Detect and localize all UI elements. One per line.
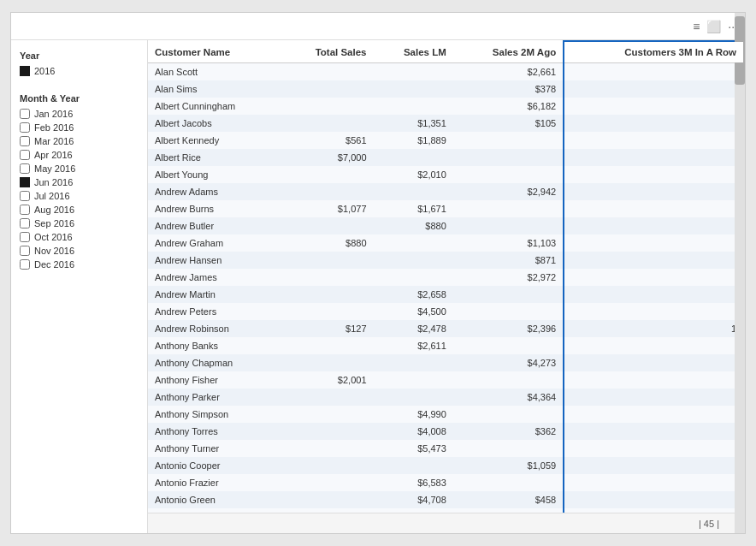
cell-3m: [564, 63, 744, 81]
cell-total: [281, 491, 373, 508]
cell-lm: [374, 252, 453, 269]
month-label: Mar 2016: [34, 136, 74, 146]
cell-3m: [564, 303, 744, 320]
cell-3m: [564, 406, 744, 423]
year-item-2016[interactable]: 2016: [20, 66, 139, 76]
cell-total: $561: [281, 132, 373, 149]
outer-container: ≡ ⬜ ··· Year 2016 Month & Year: [0, 0, 756, 546]
cell-total: [281, 457, 373, 474]
bottom-bar: | 45 |: [148, 513, 745, 533]
cell-name: Anthony Simpson: [148, 406, 281, 423]
cell-lm: $1,351: [374, 115, 453, 132]
year-label: 2016: [34, 66, 55, 76]
cell-lm: [374, 80, 453, 98]
table-row: Andrew Peters$4,500: [148, 303, 744, 320]
cell-3m: [564, 457, 744, 474]
cell-total: [281, 252, 373, 269]
cell-3m: [564, 252, 744, 269]
month-item[interactable]: Apr 2016: [20, 150, 139, 160]
cell-total: [281, 303, 373, 320]
table-row: Andrew Martin$2,658: [148, 286, 744, 303]
month-checkbox[interactable]: [20, 218, 30, 228]
cell-lm: $4,008: [374, 423, 453, 440]
table-row: Albert Rice$7,000: [148, 149, 744, 166]
cell-total: $7,000: [281, 149, 373, 166]
cell-name: Albert Rice: [148, 149, 281, 166]
month-checkbox[interactable]: [20, 122, 30, 133]
page-indicator: | 45 |: [699, 519, 719, 529]
month-checkbox[interactable]: [20, 191, 30, 201]
cell-total: [281, 63, 373, 81]
cell-2m: $1,059: [453, 457, 564, 474]
table-row: Albert Kennedy$561$1,889: [148, 132, 744, 149]
table-wrapper[interactable]: Customer Name Total Sales Sales LM Sales…: [148, 40, 745, 513]
scrollbar[interactable]: [735, 40, 745, 533]
cell-name: Anthony Chapman: [148, 354, 281, 371]
cell-2m: $105: [453, 115, 564, 132]
cell-name: Anthony Banks: [148, 337, 281, 354]
month-checkbox[interactable]: [20, 259, 30, 270]
table-row: Antonio Green$4,708$458: [148, 491, 744, 508]
month-item[interactable]: Nov 2016: [20, 246, 139, 256]
cell-name: Andrew Peters: [148, 303, 281, 320]
cell-name: Alan Sims: [148, 80, 281, 98]
cell-2m: [453, 149, 564, 166]
cell-name: Albert Kennedy: [148, 132, 281, 149]
month-item[interactable]: Jul 2016: [20, 191, 139, 201]
month-items-list: Jan 2016Feb 2016Mar 2016Apr 2016May 2016…: [20, 109, 139, 270]
month-checkbox[interactable]: [20, 150, 30, 160]
cell-total: [281, 354, 373, 371]
cell-2m: [453, 474, 564, 491]
cell-total: [281, 269, 373, 286]
month-item[interactable]: Jun 2016: [20, 177, 139, 187]
month-label: Oct 2016: [34, 232, 73, 242]
cell-lm: [374, 371, 453, 389]
cell-3m: [564, 389, 744, 406]
cell-total: [281, 440, 373, 457]
month-checkbox[interactable]: [20, 232, 30, 242]
month-item[interactable]: Sep 2016: [20, 218, 139, 228]
expand-icon[interactable]: ⬜: [706, 20, 721, 33]
cell-3m: [564, 200, 744, 217]
month-checkbox[interactable]: [20, 109, 30, 119]
table-row: Alan Scott$2,661: [148, 63, 744, 81]
cell-name: Antonio Frazier: [148, 474, 281, 491]
cell-3m: [564, 269, 744, 286]
cell-3m: [564, 132, 744, 149]
main-content: Customer Name Total Sales Sales LM Sales…: [148, 40, 745, 533]
cell-3m: [564, 440, 744, 457]
month-checkbox[interactable]: [20, 136, 30, 146]
cell-lm: [374, 354, 453, 371]
col-sales-lm: Sales LM: [374, 41, 453, 63]
cell-name: Andrew Hansen: [148, 252, 281, 269]
month-item[interactable]: Jan 2016: [20, 109, 139, 119]
month-item[interactable]: Feb 2016: [20, 122, 139, 133]
cell-lm: $880: [374, 217, 453, 234]
cell-name: Andrew Butler: [148, 217, 281, 234]
month-checkbox[interactable]: [20, 246, 30, 256]
cell-name: Albert Cunningham: [148, 98, 281, 115]
cell-2m: [453, 217, 564, 234]
card: ≡ ⬜ ··· Year 2016 Month & Year: [10, 12, 746, 534]
cell-2m: $871: [453, 252, 564, 269]
cell-3m: [564, 98, 744, 115]
cell-name: Alan Scott: [148, 63, 281, 81]
month-item[interactable]: Aug 2016: [20, 205, 139, 215]
card-body: Year 2016 Month & Year Jan 2016Feb 2016M…: [11, 40, 745, 533]
cell-lm: $2,478: [374, 320, 453, 337]
cell-lm: $5,473: [374, 440, 453, 457]
month-item[interactable]: Oct 2016: [20, 232, 139, 242]
cell-name: Anthony Torres: [148, 423, 281, 440]
month-checkbox[interactable]: [20, 205, 30, 215]
month-item[interactable]: Dec 2016: [20, 259, 139, 270]
table-row: Andrew Robinson$127$2,478$2,3961: [148, 320, 744, 337]
cell-total: [281, 98, 373, 115]
cell-total: [281, 474, 373, 491]
month-checkbox[interactable]: [20, 163, 30, 174]
cell-name: Andrew Burns: [148, 200, 281, 217]
cell-total: $2,001: [281, 371, 373, 389]
month-item[interactable]: Mar 2016: [20, 136, 139, 146]
cell-3m: [564, 234, 744, 252]
cell-total: [281, 286, 373, 303]
month-item[interactable]: May 2016: [20, 163, 139, 174]
